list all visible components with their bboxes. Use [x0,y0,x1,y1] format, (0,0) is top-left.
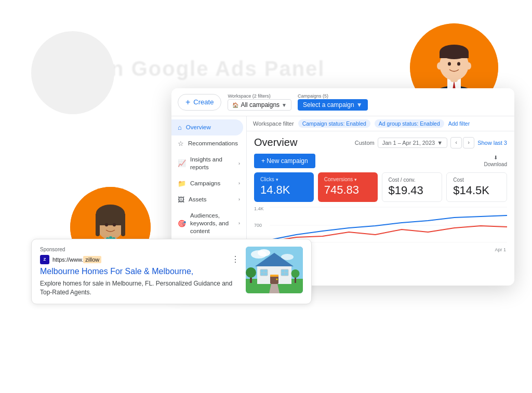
ad-headline: Melbourne Homes For Sale & Melbourne, [40,266,240,277]
svg-rect-7 [440,52,469,58]
svg-rect-18 [96,214,125,225]
sponsored-label: Sponsored [40,247,240,252]
svg-point-9 [457,62,460,66]
window-topbar: + Create Workspace (2 filters) 🏠 All cam… [171,88,514,116]
ad-description: Explore homes for sale in Melbourne, FL.… [40,279,240,297]
date-controls: Custom Jan 1 – Apr 21, 2023 ▼ ‹ › Show l… [355,137,507,148]
overview-title: Overview [254,137,297,148]
download-label: Download [484,161,507,167]
filter-bar: Workspace filter Campaign status: Enable… [247,116,514,131]
ad-favicon: Z [40,255,49,264]
cost-label: Cost [453,177,500,183]
create-label: Create [193,98,214,106]
campaigns-label: Campaigns (5) [298,93,368,99]
ad-group-status-chip[interactable]: Ad group status: Enabled [375,119,444,128]
metric-cost-conv: Cost / conv. $19.43 [382,172,443,202]
sidebar-audiences-label: Audiences, keywords, and content [190,212,234,235]
download-icon: ⬇ [494,155,498,160]
all-campaigns-label: All campaigns [241,101,280,109]
overview-header: Overview Custom Jan 1 – Apr 21, 2023 ▼ ‹… [247,131,514,152]
asset-icon: 🖼 [178,196,184,204]
clicks-label: Clicks ▾ [260,177,308,182]
sidebar-item-audiences[interactable]: 🎯 Audiences, keywords, and content › [171,208,246,239]
chevron-insights-icon: › [238,161,240,166]
metric-conversions: Conversions ▾ 745.83 [318,172,378,202]
workspace-filter-dropdown: Workspace (2 filters) 🏠 All campaigns ▼ [228,93,291,111]
x-label-end: Apr 1 [495,247,506,252]
star-icon: ☆ [178,140,184,147]
chevron-down-icon: ▼ [282,102,287,108]
chevron-down-campaigns-icon: ▼ [356,101,363,109]
metric-cost: Cost $14.5K [446,172,507,202]
campaigns-dropdown: Campaigns (5) Select a campaign ▼ [298,93,368,111]
svg-point-11 [466,62,471,70]
sidebar-item-campaigns[interactable]: 📁 Campaigns › [171,175,246,192]
date-prev-button[interactable]: ‹ [450,137,462,148]
date-range-value: Jan 1 – Apr 21, 2023 [382,140,435,146]
all-campaigns-select[interactable]: 🏠 All campaigns ▼ [228,99,291,111]
svg-point-49 [291,269,300,278]
chevron-audiences-icon: › [238,221,240,226]
sidebar-recommendations-label: Recommendations [188,140,238,147]
ad-house-image [246,247,303,293]
svg-point-21 [105,223,108,226]
svg-rect-19 [96,221,100,236]
plus-icon: + [185,98,190,107]
sidebar-item-overview[interactable]: ⌂ Overview [171,119,243,135]
workspace-label: Workspace (2 filters) [228,93,291,99]
chart-icon: 📈 [178,159,186,167]
download-button[interactable]: ⬇ Download [484,155,507,167]
date-range-custom-label: Custom [355,140,375,146]
create-button[interactable]: + Create [178,94,221,111]
sidebar-overview-label: Overview [186,124,211,131]
date-navigation: ‹ › [450,137,474,148]
date-range-selector[interactable]: Jan 1 – Apr 21, 2023 ▼ [378,138,447,148]
svg-point-22 [113,223,116,226]
chart-y-label-mid: 700 [254,223,262,228]
sidebar-campaigns-label: Campaigns [190,180,220,187]
cost-conv-label: Cost / conv. [389,177,436,183]
ad-domain-row: Z https://www.zillow ⋮ [40,254,240,264]
conversions-arrow-icon: ▾ [354,177,357,182]
cost-value: $14.5K [453,184,500,197]
chevron-campaigns-icon: › [238,181,240,186]
clicks-value: 14.8K [260,183,308,197]
sidebar-insights-label: Insights and reports [190,156,234,171]
ad-options-icon[interactable]: ⋮ [231,254,240,264]
metric-clicks: Clicks ▾ 14.8K [254,172,314,202]
ad-url: https://www.zillow [52,256,101,263]
conversions-value: 745.83 [324,183,371,197]
svg-point-47 [246,267,256,278]
cost-conv-value: $19.43 [389,184,436,197]
svg-point-37 [276,279,278,280]
new-campaign-label: + New campaign [261,157,308,165]
calendar-icon: ▼ [437,140,443,146]
show-last-link[interactable]: Show last 3 [477,140,507,146]
date-next-button[interactable]: › [463,137,474,148]
metrics-row: Clicks ▾ 14.8K Conversions ▾ 745.83 Cost… [247,172,514,206]
chevron-assets-icon: › [238,197,240,202]
chart-y-label-top: 1.4K [254,206,264,211]
action-bar: + New campaign ⬇ Download [247,152,514,172]
bg-circle-left [31,31,114,114]
sidebar-item-assets[interactable]: 🖼 Assets › [171,192,246,208]
favicon-letter: Z [44,257,46,262]
sidebar-assets-label: Assets [189,196,207,204]
house-svg [246,247,303,293]
clicks-line [270,215,507,240]
audience-icon: 🎯 [178,220,186,227]
ad-preview-card: Sponsored Z https://www.zillow ⋮ Melbour… [31,239,312,304]
svg-rect-20 [121,221,125,236]
svg-point-31 [258,249,270,256]
url-highlight: zillow [83,256,101,263]
background-title: In Google Ads Panel [104,57,325,80]
clicks-arrow-icon: ▾ [276,177,278,182]
add-filter-link[interactable]: Add filter [448,120,470,127]
sidebar-item-recommendations[interactable]: ☆ Recommendations [171,135,246,152]
sidebar-item-insights[interactable]: 📈 Insights and reports › [171,152,246,175]
new-campaign-button[interactable]: + New campaign [254,154,315,168]
select-campaign-select[interactable]: Select a campaign ▼ [298,99,368,111]
campaign-status-chip[interactable]: Campaign status: Enabled [298,119,370,128]
home-icon: ⌂ [178,124,182,131]
ad-text-section: Sponsored Z https://www.zillow ⋮ Melbour… [40,247,240,296]
